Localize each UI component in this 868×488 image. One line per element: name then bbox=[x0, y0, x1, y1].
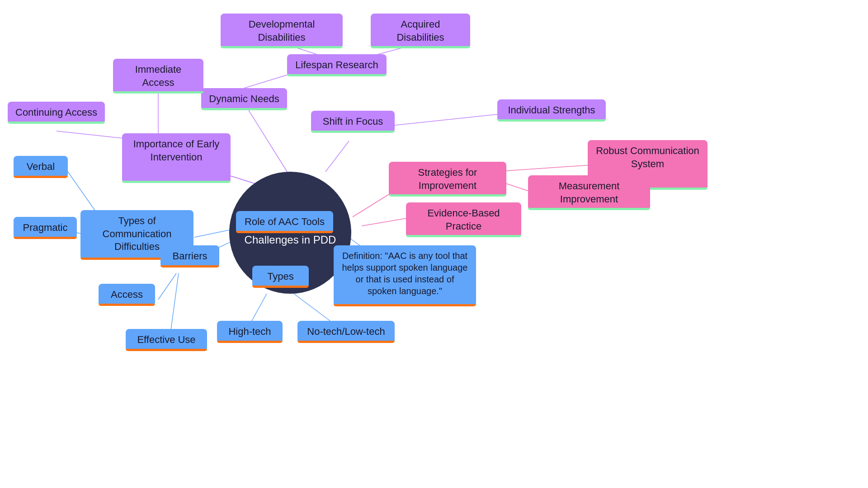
developmental-disabilities-node: Developmental Disabilities bbox=[221, 14, 343, 48]
effective-use-node: Effective Use bbox=[126, 329, 207, 351]
acquired-disabilities-node: Acquired Disabilities bbox=[371, 14, 470, 48]
svg-line-8 bbox=[391, 114, 497, 126]
individual-strengths-node: Individual Strengths bbox=[497, 99, 606, 122]
no-tech-node: No-tech/Low-tech bbox=[297, 321, 395, 343]
svg-line-15 bbox=[171, 273, 179, 330]
definition-node: Definition: "AAC is any tool that helps … bbox=[334, 245, 476, 306]
shift-in-focus-node: Shift in Focus bbox=[311, 111, 395, 133]
svg-line-21 bbox=[506, 165, 592, 171]
svg-line-7 bbox=[326, 141, 349, 172]
svg-line-23 bbox=[362, 218, 407, 226]
lifespan-research-node: Lifespan Research bbox=[287, 54, 387, 76]
evidence-based-practice-node: Evidence-Based Practice bbox=[406, 202, 521, 237]
high-tech-node: High-tech bbox=[217, 321, 283, 343]
pragmatic-node: Pragmatic bbox=[14, 217, 77, 239]
dynamic-needs-node: Dynamic Needs bbox=[201, 88, 287, 110]
verbal-node: Verbal bbox=[14, 156, 68, 178]
svg-line-18 bbox=[294, 294, 330, 321]
svg-line-14 bbox=[158, 273, 176, 300]
measurement-improvement-node: Measurement Improvement bbox=[528, 175, 650, 210]
strategies-improvement-node: Strategies for Improvement bbox=[389, 162, 506, 197]
role-aac-tools-node: Role of AAC Tools bbox=[236, 211, 333, 233]
access-node: Access bbox=[99, 284, 155, 306]
continuing-access-node: Continuing Access bbox=[8, 102, 105, 124]
barriers-node: Barriers bbox=[160, 245, 219, 267]
types-node: Types bbox=[252, 266, 309, 288]
immediate-access-node: Immediate Access bbox=[113, 59, 203, 94]
svg-line-17 bbox=[252, 294, 267, 321]
importance-early-intervention-node: Importance of Early Intervention bbox=[122, 133, 231, 183]
